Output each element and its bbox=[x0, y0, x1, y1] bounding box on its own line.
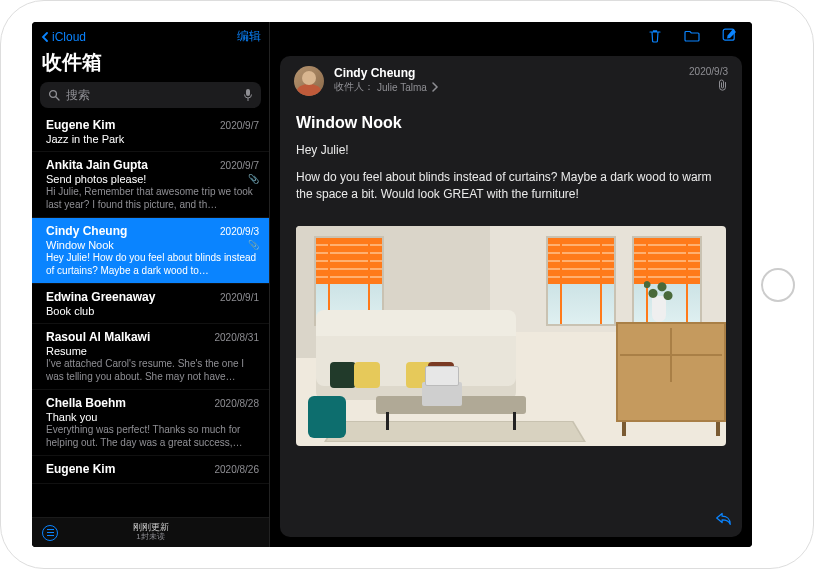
message-row[interactable]: Edwina Greenaway2020/9/1Book club bbox=[32, 284, 269, 324]
message-subject: Book club bbox=[46, 305, 94, 317]
back-button[interactable]: iCloud bbox=[40, 30, 86, 44]
message-subject: Resume bbox=[46, 345, 87, 357]
message-sender: Edwina Greenaway bbox=[46, 290, 155, 304]
message-date: 2020/9/3 bbox=[220, 226, 259, 237]
paperclip-icon bbox=[689, 79, 728, 93]
message-date: 2020/9/7 bbox=[220, 120, 259, 131]
message-subject: Thank you bbox=[46, 411, 97, 423]
from-name[interactable]: Cindy Cheung bbox=[334, 66, 679, 80]
trash-icon[interactable] bbox=[647, 28, 663, 47]
compose-icon[interactable] bbox=[721, 27, 738, 47]
message-subject: Window Nook bbox=[46, 239, 114, 251]
edit-button[interactable]: 编辑 bbox=[237, 28, 261, 45]
message-row[interactable]: Ankita Jain Gupta2020/9/7Send photos ple… bbox=[32, 152, 269, 218]
update-status: 刚刚更新 1封未读 bbox=[133, 523, 169, 542]
search-input[interactable] bbox=[66, 88, 206, 102]
reading-toolbar bbox=[270, 22, 752, 52]
reading-pane: Cindy Cheung 收件人： Julie Talma 2020/9/3 bbox=[270, 22, 752, 547]
mail-header: Cindy Cheung 收件人： Julie Talma 2020/9/3 bbox=[280, 56, 742, 106]
message-subject: Jazz in the Park bbox=[46, 133, 124, 145]
mail-date: 2020/9/3 bbox=[689, 66, 728, 77]
back-label: iCloud bbox=[52, 30, 86, 44]
message-sender: Cindy Cheung bbox=[46, 224, 127, 238]
mail-body: Hey Julie! How do you feel about blinds … bbox=[280, 132, 742, 222]
paperclip-icon: 📎 bbox=[248, 174, 259, 184]
list-header: iCloud 编辑 bbox=[32, 22, 269, 47]
to-value: Julie Talma bbox=[377, 82, 427, 93]
message-row[interactable]: Rasoul Al Malkawi2020/8/31ResumeI've att… bbox=[32, 324, 269, 390]
mail-body-p2: How do you feel about blinds instead of … bbox=[296, 169, 726, 203]
reply-button[interactable] bbox=[714, 509, 732, 531]
mic-icon[interactable] bbox=[243, 88, 253, 102]
paperclip-icon: 📎 bbox=[248, 240, 259, 250]
message-preview: I've attached Carol's resume. She's the … bbox=[46, 358, 259, 383]
message-sender: Ankita Jain Gupta bbox=[46, 158, 148, 172]
message-date: 2020/9/1 bbox=[220, 292, 259, 303]
status-line2: 1封未读 bbox=[133, 533, 169, 542]
mail-attachment-image[interactable] bbox=[296, 226, 726, 446]
mailbox-list-pane: iCloud 编辑 收件箱 Eugene Kim2020/9/7Jazz in … bbox=[32, 22, 270, 547]
chevron-right-icon bbox=[430, 82, 440, 92]
mail-card: Cindy Cheung 收件人： Julie Talma 2020/9/3 bbox=[280, 56, 742, 537]
list-footer: 刚刚更新 1封未读 bbox=[32, 517, 269, 547]
message-preview: Hey Julie! How do you feel about blinds … bbox=[46, 252, 259, 277]
to-label: 收件人： bbox=[334, 80, 374, 94]
message-subject: Send photos please! bbox=[46, 173, 146, 185]
message-date: 2020/8/28 bbox=[215, 398, 260, 409]
svg-line-1 bbox=[56, 97, 59, 100]
chevron-left-icon bbox=[40, 32, 50, 42]
to-line[interactable]: 收件人： Julie Talma bbox=[334, 80, 679, 94]
message-row[interactable]: Cindy Cheung2020/9/3Window Nook📎Hey Juli… bbox=[32, 218, 269, 284]
message-date: 2020/8/26 bbox=[215, 464, 260, 475]
mail-body-p1: Hey Julie! bbox=[296, 142, 726, 159]
search-field[interactable] bbox=[40, 82, 261, 108]
message-date: 2020/9/7 bbox=[220, 160, 259, 171]
reply-icon bbox=[714, 509, 732, 527]
screen: iCloud 编辑 收件箱 Eugene Kim2020/9/7Jazz in … bbox=[32, 22, 752, 547]
message-sender: Eugene Kim bbox=[46, 118, 115, 132]
message-sender: Eugene Kim bbox=[46, 462, 115, 476]
ipad-frame: iCloud 编辑 收件箱 Eugene Kim2020/9/7Jazz in … bbox=[0, 0, 814, 569]
svg-rect-2 bbox=[246, 89, 250, 96]
svg-point-0 bbox=[50, 91, 57, 98]
message-preview: Everything was perfect! Thanks so much f… bbox=[46, 424, 259, 449]
message-row[interactable]: Eugene Kim2020/8/26 bbox=[32, 456, 269, 484]
message-row[interactable]: Eugene Kim2020/9/7Jazz in the Park bbox=[32, 112, 269, 152]
message-sender: Chella Boehm bbox=[46, 396, 126, 410]
message-row[interactable]: Chella Boehm2020/8/28Thank youEverything… bbox=[32, 390, 269, 456]
folder-icon[interactable] bbox=[683, 28, 701, 47]
mailbox-title: 收件箱 bbox=[32, 47, 269, 82]
home-button[interactable] bbox=[761, 268, 795, 302]
message-list[interactable]: Eugene Kim2020/9/7Jazz in the ParkAnkita… bbox=[32, 112, 269, 517]
search-icon bbox=[48, 89, 60, 101]
filter-icon[interactable] bbox=[42, 525, 58, 541]
message-preview: Hi Julie, Remember that awesome trip we … bbox=[46, 186, 259, 211]
avatar[interactable] bbox=[294, 66, 324, 96]
message-date: 2020/8/31 bbox=[215, 332, 260, 343]
mail-subject: Window Nook bbox=[280, 106, 742, 132]
message-sender: Rasoul Al Malkawi bbox=[46, 330, 150, 344]
